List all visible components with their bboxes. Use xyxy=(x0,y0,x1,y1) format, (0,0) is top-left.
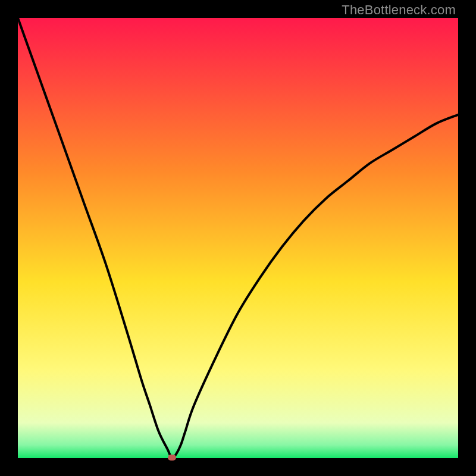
bottleneck-curve xyxy=(18,18,458,458)
plot-area xyxy=(18,18,458,458)
watermark-text: TheBottleneck.com xyxy=(342,2,456,18)
optimal-point-marker xyxy=(168,455,176,461)
